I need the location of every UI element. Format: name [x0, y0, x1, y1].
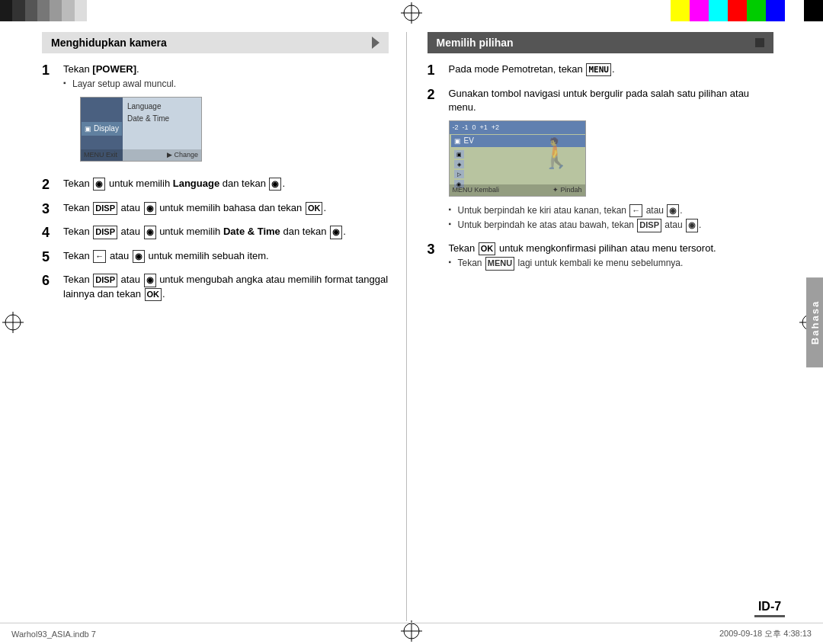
- step-content-1: Tekan [POWER]. Layar setup awal muncul. …: [63, 62, 389, 169]
- right-step-content-2: Gunakan tombol navigasi untuk bergulir p…: [449, 87, 774, 234]
- right-step-1-text: Pada mode Pemotretan, tekan MENU.: [449, 62, 774, 76]
- color-bars-left: [0, 0, 99, 21]
- step-content-3: Tekan DISP atau ◉ untuk memilih bahasa d…: [63, 201, 389, 218]
- right-step-3-bullet: Tekan MENU lagi untuk kembali ke menu se…: [449, 257, 774, 270]
- right-column: Memilih pilihan 1 Pada mode Pemotretan, …: [411, 32, 774, 621]
- footer-left: Warhol93_ASIA.indb 7: [11, 630, 96, 639]
- step-number-6: 6: [42, 273, 59, 303]
- menu-icon-3: ▷: [454, 170, 464, 178]
- step-number-1: 1: [42, 62, 59, 169]
- right-section-title: Memilih pilihan: [437, 37, 514, 49]
- right-step-number-3: 3: [428, 242, 444, 272]
- footer: Warhol93_ASIA.indb 7 2009-09-18 오후 4:38:…: [0, 623, 823, 644]
- menu-icon-1: ▣: [454, 150, 464, 159]
- step-5-text: Tekan ← atau ◉ untuk memilih sebuah item…: [63, 249, 389, 263]
- left-section-title: Menghidupkan kamera: [51, 37, 167, 49]
- right-section-header: Memilih pilihan: [428, 32, 774, 53]
- step-1-text: Tekan [POWER].: [63, 62, 389, 76]
- sidebar-tab: Bahasa: [806, 277, 823, 367]
- lcd-menu-exit: MENU Exit: [84, 150, 117, 160]
- right-step-content-3: Tekan OK untuk mengkonfirmasi pilihan at…: [449, 242, 774, 272]
- step-number-3: 3: [42, 201, 59, 218]
- step-4-text: Tekan DISP atau ◉ untuk memilih Date & T…: [63, 225, 389, 239]
- arrow-icon: [372, 37, 379, 49]
- page-number: ID-7: [754, 600, 785, 614]
- right-step-3-text: Tekan OK untuk mengkonfirmasi pilihan at…: [449, 242, 774, 255]
- color-bars-right: [671, 0, 823, 21]
- step-6: 6 Tekan DISP atau ◉ untuk mengubah angka…: [42, 273, 389, 303]
- menu-lcd: -2 -1 0 +1 +2 ▣ EV ▣ ◈ ▷ ◉: [449, 120, 586, 197]
- left-section-header: Menghidupkan kamera: [42, 32, 389, 53]
- square-icon: [755, 38, 764, 47]
- right-step-3: 3 Tekan OK untuk mengkonfirmasi pilihan …: [428, 242, 774, 272]
- ev-label: EV: [464, 136, 474, 146]
- step-content-2: Tekan ◉ untuk memilih Language dan tekan…: [63, 177, 389, 194]
- camera-lcd: ▣ Display Language Date & Time MENU Exit…: [80, 97, 202, 162]
- step-number-4: 4: [42, 225, 59, 242]
- right-step-content-1: Pada mode Pemotretan, tekan MENU.: [449, 62, 774, 79]
- menu-icon-2: ◈: [454, 160, 464, 168]
- right-step-number-1: 1: [428, 62, 444, 79]
- page-underline: [754, 615, 785, 617]
- step-3: 3 Tekan DISP atau ◉ untuk memilih bahasa…: [42, 201, 389, 218]
- right-step-2-bullet-1: Untuk berpindah ke kiri atau kanan, teka…: [449, 204, 774, 217]
- menu-lcd-bottom: MENU Kembali ✦ Pindah: [450, 184, 585, 196]
- step-2: 2 Tekan ◉ untuk memilih Language dan tek…: [42, 177, 389, 194]
- step-1: 1 Tekan [POWER]. Layar setup awal muncul…: [42, 62, 389, 169]
- ev-scale: -2 -1 0 +1 +2: [453, 123, 500, 133]
- right-step-1: 1 Pada mode Pemotretan, tekan MENU.: [428, 62, 774, 79]
- reg-mark-left: [2, 311, 24, 334]
- step-number-2: 2: [42, 177, 59, 194]
- lcd-datetime-item: Date & Time: [127, 113, 197, 125]
- column-divider: [406, 32, 407, 621]
- menu-kembali: MENU Kembali: [453, 185, 500, 195]
- step-content-5: Tekan ← atau ◉ untuk memilih sebuah item…: [63, 249, 389, 266]
- figure-silhouette: 🚶: [538, 139, 574, 168]
- step-1-bullet: Layar setup awal muncul.: [63, 78, 389, 91]
- lcd-change: ▶ Change: [167, 150, 198, 160]
- reg-mark-top: [400, 2, 423, 24]
- step-number-5: 5: [42, 249, 59, 266]
- right-step-2: 2 Gunakan tombol navigasi untuk bergulir…: [428, 87, 774, 234]
- step-content-6: Tekan DISP atau ◉ untuk mengubah angka a…: [63, 273, 389, 303]
- menu-icons-column: ▣ ◈ ▷ ◉: [453, 149, 466, 190]
- step-content-4: Tekan DISP atau ◉ untuk memilih Date & T…: [63, 225, 389, 242]
- step-5: 5 Tekan ← atau ◉ untuk memilih sebuah it…: [42, 249, 389, 266]
- menu-lcd-top: -2 -1 0 +1 +2: [450, 121, 585, 134]
- menu-pindah: ✦ Pindah: [552, 185, 582, 195]
- step-4: 4 Tekan DISP atau ◉ untuk memilih Date &…: [42, 225, 389, 242]
- display-icon: ▣ Display: [82, 122, 122, 136]
- step-6-text: Tekan DISP atau ◉ untuk mengubah angka a…: [63, 273, 389, 301]
- lcd-bottom-bar: MENU Exit ▶ Change: [81, 149, 201, 161]
- right-step-2-bullet-2: Untuk berpindah ke atas atau bawah, teka…: [449, 219, 774, 232]
- left-column: Menghidupkan kamera 1 Tekan [POWER]. Lay…: [42, 32, 402, 621]
- right-step-number-2: 2: [428, 87, 444, 234]
- display-label: Display: [94, 123, 119, 134]
- step-2-text: Tekan ◉ untuk memilih Language dan tekan…: [63, 177, 389, 191]
- step-3-text: Tekan DISP atau ◉ untuk memilih bahasa d…: [63, 201, 389, 215]
- page-number-area: ID-7: [754, 600, 785, 617]
- right-step-2-text: Gunakan tombol navigasi untuk bergulir p…: [449, 87, 774, 114]
- lcd-language-item: Language: [127, 101, 197, 113]
- footer-right: 2009-09-18 오후 4:38:13: [719, 628, 812, 639]
